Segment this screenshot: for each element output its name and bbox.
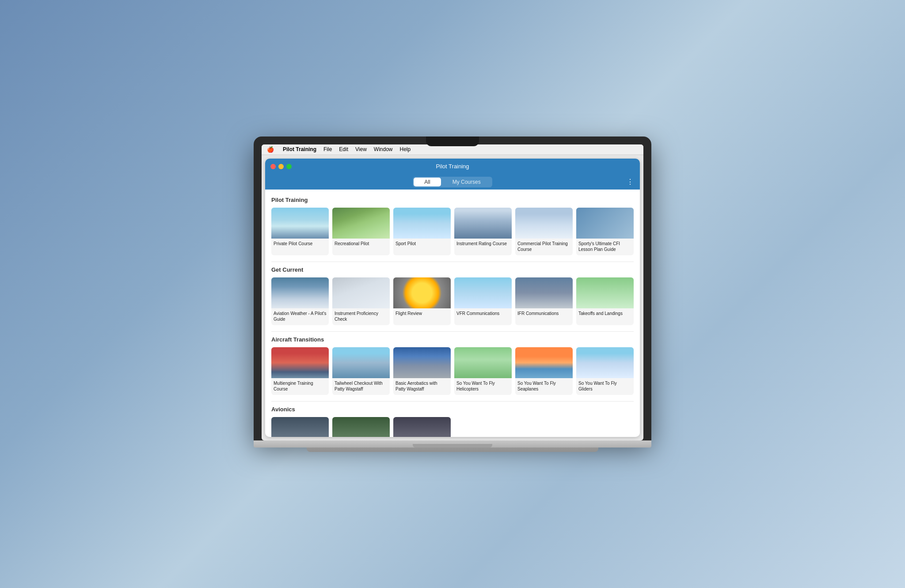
tab-all[interactable]: All: [414, 178, 441, 186]
course-card-aviation-weather[interactable]: Aviation Weather - A Pilot's Guide: [271, 277, 329, 325]
minimize-button[interactable]: [278, 164, 284, 169]
laptop-notch: [426, 137, 479, 146]
course-thumb-ipc: [332, 277, 390, 308]
course-thumb-cfi: [576, 208, 634, 239]
screen-area: 🍎 Pilot Training File Edit View Window H…: [262, 144, 643, 440]
course-thumb-aspen: [393, 417, 451, 437]
course-card-private-pilot[interactable]: Private Pilot Course: [271, 208, 329, 255]
tab-group: All My Courses: [413, 177, 492, 187]
course-label-aerobatics: Basic Aerobatics with Patty Wagstaff: [393, 378, 451, 395]
course-label-sport-pilot: Sport Pilot: [393, 239, 451, 253]
menu-edit[interactable]: Edit: [339, 146, 348, 152]
course-card-sport-pilot[interactable]: Sport Pilot: [393, 208, 451, 255]
course-label-flight-review: Flight Review: [393, 308, 451, 322]
course-label-helicopters: So You Want To Fly Helicopters: [454, 378, 512, 395]
section-divider-2: [271, 401, 634, 402]
course-card-multiengine[interactable]: Multiengine Training Course: [271, 347, 329, 395]
course-label-ifr-comm: IFR Communications: [515, 308, 573, 322]
course-grid-pilot-training: Private Pilot CourseRecreational PilotSp…: [271, 208, 634, 255]
course-grid-get-current: Aviation Weather - A Pilot's GuideInstru…: [271, 277, 634, 325]
course-thumb-tailwheel: [332, 347, 390, 378]
course-card-ifr-comm[interactable]: IFR Communications: [515, 277, 573, 325]
course-label-ipc: Instrument Proficiency Check: [332, 308, 390, 325]
course-label-instrument-rating: Instrument Rating Course: [454, 239, 512, 253]
course-thumb-instrument-rating: [454, 208, 512, 239]
tab-my-courses[interactable]: My Courses: [442, 178, 491, 186]
course-thumb-seaplanes: [515, 347, 573, 378]
section-title-aircraft-transitions: Aircraft Transitions: [271, 336, 634, 343]
maximize-button[interactable]: [286, 164, 292, 169]
apple-logo-icon: 🍎: [267, 146, 274, 153]
course-grid-avionics: Garmin G1000 CheckoutFlying With ForeFli…: [271, 417, 634, 437]
course-label-seaplanes: So You Want To Fly Seaplanes: [515, 378, 573, 395]
course-card-cfi[interactable]: Sporty's Ultimate CFI Lesson Plan Guide: [576, 208, 634, 255]
laptop-frame: 🍎 Pilot Training File Edit View Window H…: [254, 137, 651, 452]
more-options-icon[interactable]: ⋮: [627, 178, 634, 186]
laptop-stand: [307, 448, 598, 452]
section-title-pilot-training: Pilot Training: [271, 197, 634, 203]
course-label-commercial-pilot: Commercial Pilot Training Course: [515, 239, 573, 255]
course-thumb-recreational: [332, 208, 390, 239]
course-thumb-foreflight: [332, 417, 390, 437]
section-divider-1: [271, 331, 634, 332]
course-label-tailwheel: Tailwheel Checkout With Patty Wagstaff: [332, 378, 390, 395]
close-button[interactable]: [270, 164, 276, 169]
course-label-vfr-comm: VFR Communications: [454, 308, 512, 322]
course-card-takeoffs[interactable]: Takeoffs and Landings: [576, 277, 634, 325]
menu-file[interactable]: File: [323, 146, 332, 152]
course-card-aerobatics[interactable]: Basic Aerobatics with Patty Wagstaff: [393, 347, 451, 395]
window-title: Pilot Training: [436, 163, 469, 170]
course-card-helicopters[interactable]: So You Want To Fly Helicopters: [454, 347, 512, 395]
course-thumb-private-pilot: [271, 208, 329, 239]
course-label-cfi: Sporty's Ultimate CFI Lesson Plan Guide: [576, 239, 634, 255]
course-card-g1000[interactable]: Garmin G1000 Checkout: [271, 417, 329, 437]
course-card-ipc[interactable]: Instrument Proficiency Check: [332, 277, 390, 325]
course-label-gliders: So You Want To Fly Gliders: [576, 378, 634, 395]
course-thumb-ifr-comm: [515, 277, 573, 308]
course-thumb-vfr-comm: [454, 277, 512, 308]
course-card-gliders[interactable]: So You Want To Fly Gliders: [576, 347, 634, 395]
course-label-recreational: Recreational Pilot: [332, 239, 390, 253]
course-card-tailwheel[interactable]: Tailwheel Checkout With Patty Wagstaff: [332, 347, 390, 395]
course-card-foreflight[interactable]: Flying With ForeFlight: [332, 417, 390, 437]
titlebar: Pilot Training: [265, 159, 640, 175]
course-thumb-aerobatics: [393, 347, 451, 378]
course-thumb-commercial-pilot: [515, 208, 573, 239]
course-card-aspen[interactable]: Flying The Aspen Evolution: [393, 417, 451, 437]
section-title-avionics: Avionics: [271, 406, 634, 413]
course-thumb-takeoffs: [576, 277, 634, 308]
content-area[interactable]: Pilot TrainingPrivate Pilot CourseRecrea…: [265, 190, 640, 437]
course-card-vfr-comm[interactable]: VFR Communications: [454, 277, 512, 325]
titlebar-buttons: [270, 164, 292, 169]
course-thumb-flight-review: [393, 277, 451, 308]
course-thumb-helicopters: [454, 347, 512, 378]
course-label-private-pilot: Private Pilot Course: [271, 239, 329, 253]
app-window: Pilot Training All My Courses ⋮ Pilot Tr…: [265, 159, 640, 437]
course-card-commercial-pilot[interactable]: Commercial Pilot Training Course: [515, 208, 573, 255]
course-card-recreational[interactable]: Recreational Pilot: [332, 208, 390, 255]
menu-window[interactable]: Window: [374, 146, 393, 152]
course-thumb-sport-pilot: [393, 208, 451, 239]
tabbar: All My Courses ⋮: [265, 175, 640, 190]
course-label-aviation-weather: Aviation Weather - A Pilot's Guide: [271, 308, 329, 325]
course-card-flight-review[interactable]: Flight Review: [393, 277, 451, 325]
menu-view[interactable]: View: [355, 146, 367, 152]
course-thumb-aviation-weather: [271, 277, 329, 308]
section-divider-0: [271, 262, 634, 262]
course-label-multiengine: Multiengine Training Course: [271, 378, 329, 395]
app-name-label: Pilot Training: [283, 146, 316, 152]
laptop-base: [254, 440, 651, 448]
course-thumb-g1000: [271, 417, 329, 437]
menu-help[interactable]: Help: [400, 146, 411, 152]
course-thumb-multiengine: [271, 347, 329, 378]
course-card-instrument-rating[interactable]: Instrument Rating Course: [454, 208, 512, 255]
course-grid-aircraft-transitions: Multiengine Training CourseTailwheel Che…: [271, 347, 634, 395]
course-thumb-gliders: [576, 347, 634, 378]
course-card-seaplanes[interactable]: So You Want To Fly Seaplanes: [515, 347, 573, 395]
course-label-takeoffs: Takeoffs and Landings: [576, 308, 634, 322]
screen-bezel: 🍎 Pilot Training File Edit View Window H…: [254, 137, 651, 440]
section-title-get-current: Get Current: [271, 266, 634, 273]
